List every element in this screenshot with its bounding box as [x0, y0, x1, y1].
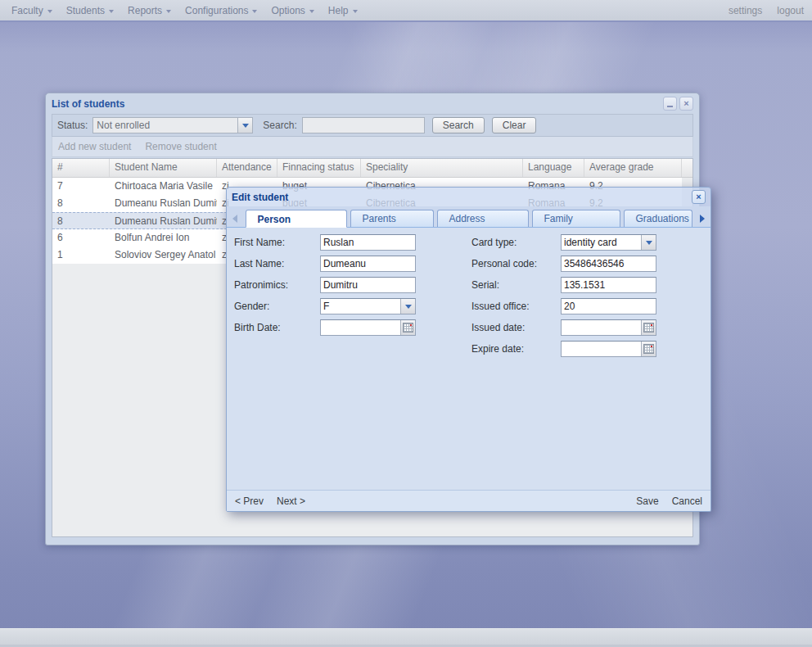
- add-new-student-button[interactable]: Add new student: [58, 141, 131, 152]
- column-header-language[interactable]: Language: [523, 159, 584, 177]
- menubar-item-configurations[interactable]: Configurations: [182, 5, 260, 16]
- tab-person[interactable]: Person: [246, 210, 347, 228]
- menubar-item-help[interactable]: Help: [325, 5, 361, 16]
- column-header-student-name[interactable]: Student Name: [110, 159, 217, 177]
- dialog-footer: < Prev Next > Save Cancel: [227, 490, 710, 511]
- caret-down-icon: [353, 10, 358, 13]
- field-label: Serial:: [471, 279, 561, 291]
- card-type-row: Card type:: [471, 234, 656, 251]
- last-name-input[interactable]: [321, 256, 415, 271]
- column-header-average-grade[interactable]: Average grade: [584, 159, 682, 177]
- personal-code-row: Personal code:: [471, 256, 656, 272]
- gender-input[interactable]: [321, 299, 400, 314]
- settings-link[interactable]: settings: [729, 5, 762, 16]
- search-input[interactable]: [302, 117, 425, 133]
- tab-label: Parents: [363, 213, 396, 224]
- patronimics-input[interactable]: [321, 278, 415, 292]
- menu-label: Help: [328, 5, 349, 16]
- field-label: Expire date:: [471, 343, 561, 355]
- chevron-down-icon: [242, 124, 249, 128]
- expire-date-input[interactable]: [562, 342, 641, 356]
- issued-date-row: Issued date:: [471, 319, 656, 336]
- last-name-row: Last Name:: [234, 256, 416, 272]
- field-label: Last Name:: [234, 258, 320, 269]
- bottom-bar: [0, 628, 812, 647]
- calendar-trigger-button[interactable]: [400, 320, 415, 335]
- first-name-row: First Name:: [234, 234, 416, 251]
- card-type-input[interactable]: [562, 235, 641, 250]
- window-titlebar[interactable]: List of students ×: [52, 93, 693, 114]
- column-header-finnacing-status[interactable]: Finnacing status: [277, 159, 361, 177]
- tab-scroll-right-button[interactable]: [696, 210, 710, 227]
- tab-label: Family: [544, 213, 573, 224]
- cancel-button[interactable]: Cancel: [672, 495, 702, 507]
- tab-address[interactable]: Address: [437, 210, 529, 227]
- menubar-items: Faculty Students Reports Configurations …: [8, 5, 361, 16]
- tab-scroll-left-button[interactable]: [228, 210, 242, 227]
- tab-bar: Person Parents Address Family Graduation…: [227, 206, 710, 228]
- table-cell: 8: [52, 213, 110, 228]
- table-cell: Bolfun Andrei Ion: [110, 229, 217, 247]
- table-cell: 1: [52, 247, 110, 264]
- gender-row: Gender:: [234, 298, 416, 314]
- column-header-speciality[interactable]: Speciality: [361, 159, 523, 177]
- prev-button[interactable]: < Prev: [235, 495, 264, 507]
- status-combobox[interactable]: [92, 117, 253, 133]
- column-header-attendance[interactable]: Attendance: [217, 159, 277, 177]
- dialog-close-button[interactable]: ×: [692, 190, 706, 204]
- dialog-titlebar[interactable]: Edit student ×: [227, 188, 710, 206]
- birth-date-input[interactable]: [321, 320, 400, 335]
- field-box: [320, 256, 416, 272]
- tabs: Person Parents Address Family Graduation…: [246, 210, 696, 227]
- arrow-right-icon: [700, 215, 705, 223]
- first-name-input[interactable]: [321, 235, 415, 250]
- dialog-title: Edit student: [232, 192, 692, 203]
- menubar-item-faculty[interactable]: Faculty: [8, 5, 56, 16]
- field-box: [320, 277, 416, 293]
- combo-trigger-button[interactable]: [400, 299, 415, 314]
- issued-date-input[interactable]: [562, 320, 641, 335]
- tab-graduations[interactable]: Graduations: [624, 210, 692, 227]
- status-combo-input[interactable]: [93, 118, 237, 133]
- calendar-icon: [403, 323, 413, 333]
- menu-label: Students: [66, 5, 105, 16]
- table-cell: Dumeanu Ruslan Dumitru: [110, 195, 217, 212]
- minimize-button[interactable]: [663, 97, 677, 111]
- field-label: Card type:: [471, 237, 561, 248]
- field-box: [320, 234, 416, 251]
- clear-button[interactable]: Clear: [492, 117, 537, 133]
- search-label: Search:: [263, 120, 296, 131]
- personal-code-input[interactable]: [562, 256, 656, 271]
- form-col-right: Card type: Personal code: Serial: Issued…: [471, 234, 656, 362]
- search-button[interactable]: Search: [432, 117, 485, 133]
- close-button[interactable]: ×: [679, 97, 693, 111]
- menubar-item-students[interactable]: Students: [63, 5, 117, 16]
- tab-family[interactable]: Family: [532, 210, 620, 227]
- form-col-left: First Name: Last Name: Patronimics: Gend…: [234, 234, 416, 341]
- field-box: [320, 298, 416, 314]
- remove-student-button[interactable]: Remove student: [145, 141, 216, 152]
- status-combo-trigger[interactable]: [237, 118, 252, 133]
- menubar-item-options[interactable]: Options: [268, 5, 317, 16]
- table-cell: 7: [52, 178, 110, 195]
- grid-header: #Student NameAttendanceFinnacing statusS…: [52, 159, 692, 178]
- birth-date-row: Birth Date:: [234, 319, 416, 336]
- calendar-trigger-button[interactable]: [641, 342, 656, 356]
- table-cell: Chirtoaca Maria Vasile: [110, 178, 217, 195]
- serial-input[interactable]: [562, 278, 656, 292]
- menubar-item-reports[interactable]: Reports: [124, 5, 174, 16]
- next-button[interactable]: Next >: [277, 495, 305, 507]
- column-header-col0[interactable]: #: [52, 159, 110, 177]
- combo-trigger-button[interactable]: [641, 235, 656, 250]
- tab-label: Person: [258, 214, 291, 225]
- issued-office-row: Issued office:: [471, 298, 656, 314]
- tab-parents[interactable]: Parents: [350, 210, 434, 227]
- window-title: List of students: [52, 98, 661, 110]
- minimize-icon: [667, 106, 673, 107]
- table-cell: 6: [52, 229, 110, 247]
- logout-link[interactable]: logout: [777, 5, 804, 16]
- issued-office-input[interactable]: [562, 299, 656, 314]
- action-toolbar: Add new student Remove student: [52, 137, 693, 157]
- calendar-trigger-button[interactable]: [641, 320, 656, 335]
- save-button[interactable]: Save: [636, 495, 658, 507]
